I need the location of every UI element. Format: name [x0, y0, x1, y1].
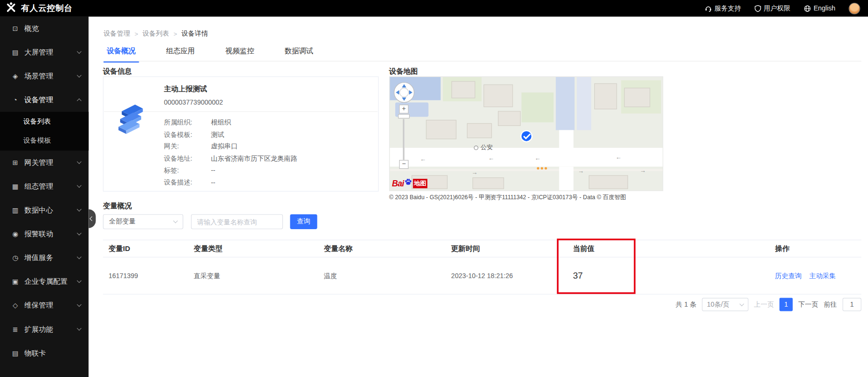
map-zoom-in-button[interactable]: + [399, 105, 409, 114]
device-id: 0000037739000002 [164, 98, 223, 106]
sidebar-item-label: 概览 [24, 23, 38, 33]
baidu-logo: Bai 地图 [392, 178, 427, 189]
chevron-down-icon [77, 73, 82, 77]
app-window: 有人云控制台 服务支持用户权限English ⊡概览▤大屏管理◈场景管理◔设备管… [0, 0, 868, 377]
field-label: 设备描述: [164, 178, 211, 187]
chevron-left-icon [89, 216, 94, 221]
table-row: 16171399直采变量温度2023-10-12 18:21:2637历史查询主… [103, 257, 861, 294]
sidebar-item-value-added-services[interactable]: ◷增值服务 [0, 246, 88, 270]
map-zoom-slider-handle[interactable] [398, 114, 410, 118]
tab-configuration-app[interactable]: 组态应用 [163, 44, 199, 61]
sidebar-item-gateway-management[interactable]: ⊞网关管理 [0, 151, 88, 174]
brand: 有人云控制台 [0, 1, 73, 15]
history-query-link[interactable]: 历史查询 [775, 271, 801, 279]
chevron-down-icon [77, 326, 82, 331]
map-compass-control[interactable] [393, 81, 415, 106]
top-header: 有人云控制台 服务支持用户权限English [0, 0, 868, 17]
sidebar-subitem-device-list[interactable]: 设备列表 [0, 112, 88, 131]
device-info-title: 设备信息 [103, 67, 132, 77]
pagination-total: 共 1 条 [676, 300, 696, 309]
goto-page-input[interactable] [842, 298, 861, 311]
sidebar-item-scene-management[interactable]: ◈场景管理 [0, 64, 88, 88]
breadcrumb-separator: > [173, 30, 177, 37]
service-support-link[interactable]: 服务支持 [705, 4, 741, 13]
big-screen-icon: ▤ [11, 48, 19, 56]
clock-icon: ◷ [11, 254, 19, 261]
chevron-down-icon [77, 278, 82, 283]
sidebar-submenu: 设备列表设备模板 [0, 112, 88, 151]
field-value: 虚拟串口 [211, 142, 238, 152]
field-label: 设备地址: [164, 154, 211, 164]
device-field: 设备模板:测试 [164, 129, 297, 141]
header-link-label: 用户权限 [764, 4, 791, 13]
baidu-map-badge: 地图 [413, 179, 427, 188]
sidebar-item-label: 物联卡 [24, 348, 46, 358]
next-page-button[interactable]: 下一页 [798, 300, 818, 309]
variables-filter-row: 全部变量 查询 [103, 214, 317, 229]
sidebar-item-label: 企业专属配置 [24, 277, 67, 287]
sidebar-item-label: 数据中心 [24, 205, 53, 215]
device-stack-icon [114, 101, 149, 138]
sidebar-item-config-management[interactable]: ▦组态管理 [0, 174, 88, 198]
sidebar-item-data-center[interactable]: ▥数据中心 [0, 198, 88, 222]
sidebar-item-screen-management[interactable]: ▤大屏管理 [0, 40, 88, 64]
page-size-select[interactable]: 10条/页 [702, 298, 748, 311]
variable-type-select[interactable]: 全部变量 [103, 214, 183, 229]
sidebar-item-extended-functions[interactable]: ≣扩展功能 [0, 317, 88, 341]
chevron-down-icon [77, 159, 82, 164]
gateway-icon: ⊞ [11, 159, 19, 166]
chevron-down-icon [77, 254, 82, 259]
sidebar-item-device-management[interactable]: ◔设备管理 [0, 88, 88, 112]
map-zoom-slider[interactable] [403, 119, 404, 160]
svg-text:→: → [472, 169, 478, 176]
field-label: 设备模板: [164, 130, 211, 140]
app-logo-icon [6, 1, 17, 15]
device-field: 标签:-- [164, 164, 297, 176]
device-field: 网关:虚拟串口 [164, 141, 297, 153]
sidebar-subitem-device-template[interactable]: 设备模板 [0, 131, 88, 151]
sim-card-icon: ▤ [11, 349, 19, 357]
page-1-button[interactable]: 1 [780, 298, 793, 311]
monitor-icon: ▣ [11, 278, 19, 285]
sidebar-item-alarm-linkage[interactable]: ◉报警联动 [0, 222, 88, 246]
device-name: 主动上报测试 [164, 84, 207, 94]
field-value: -- [211, 167, 215, 174]
chevron-down-icon [77, 49, 82, 54]
tab-data-debug[interactable]: 数据调试 [281, 44, 317, 61]
breadcrumb-item[interactable]: 设备列表 [143, 29, 169, 39]
device-map-title: 设备地图 [389, 67, 418, 77]
tab-device-overview[interactable]: 设备概况 [104, 44, 139, 62]
map-copyright: © 2023 Baidu - GS(2021)6026号 - 甲测资字11111… [389, 194, 626, 202]
sidebar-item-enterprise-config[interactable]: ▣企业专属配置 [0, 270, 88, 293]
variables-title: 变量概况 [103, 201, 132, 211]
sidebar-item-overview[interactable]: ⊡概览 [0, 17, 88, 40]
headset-icon [705, 5, 712, 12]
sidebar-item-label: 设备管理 [24, 95, 53, 105]
device-field: 所属组织:根组织 [164, 117, 297, 129]
variable-search-input[interactable] [191, 214, 283, 229]
active-collect-link[interactable]: 主动采集 [809, 271, 836, 279]
field-label: 所属组织: [164, 118, 211, 127]
col-header: 当前值 [567, 243, 769, 253]
prev-page-button[interactable]: 上一页 [754, 300, 774, 309]
user-permission-link[interactable]: 用户权限 [754, 4, 791, 13]
breadcrumb: 设备管理>设备列表>设备详情 [104, 29, 208, 39]
user-avatar[interactable] [849, 2, 860, 14]
device-map[interactable]: ← ← → ← → ← → [389, 77, 663, 191]
col-header: 操作 [770, 243, 861, 253]
breadcrumb-item[interactable]: 设备管理 [104, 29, 130, 39]
tab-video-monitor[interactable]: 视频监控 [222, 44, 258, 61]
field-value: 测试 [211, 130, 224, 140]
map-zoom-out-button[interactable]: − [399, 160, 409, 169]
actions-cell: 历史查询主动采集 [770, 271, 861, 280]
chevron-down-icon [173, 219, 178, 223]
sidebar-item-label: 场景管理 [24, 71, 53, 81]
sidebar-item-maintenance-management[interactable]: ◇维保管理 [0, 293, 88, 317]
query-button[interactable]: 查询 [290, 214, 317, 229]
scene-icon: ◈ [11, 72, 19, 80]
language-switch[interactable]: English [803, 4, 835, 12]
chevron-down-icon [77, 183, 82, 188]
sidebar-item-iot-card[interactable]: ▤物联卡 [0, 341, 88, 365]
app-title: 有人云控制台 [21, 3, 72, 13]
pagination: 共 1 条 10条/页 上一页 1 下一页 前往 [103, 298, 861, 311]
